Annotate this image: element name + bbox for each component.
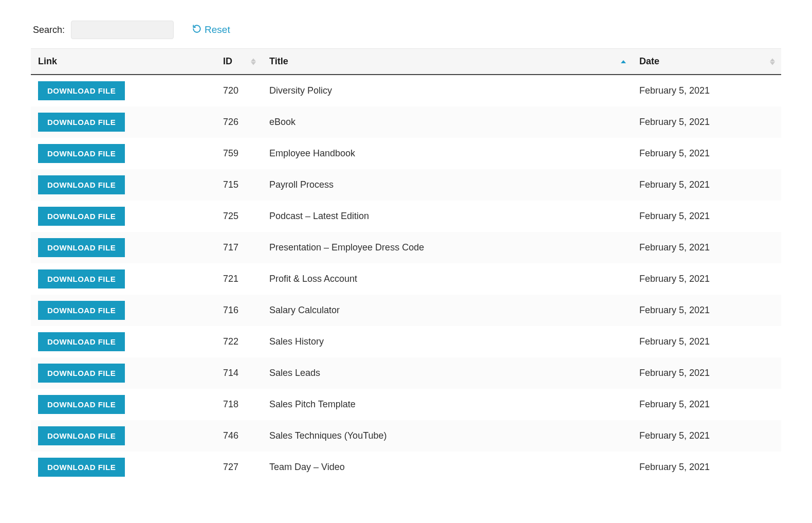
table-row: DOWNLOAD FILE716Salary CalculatorFebruar… bbox=[31, 295, 781, 326]
cell-date: February 5, 2021 bbox=[632, 138, 781, 169]
cell-title: Diversity Policy bbox=[262, 75, 632, 106]
reset-label: Reset bbox=[205, 24, 230, 35]
table-row: DOWNLOAD FILE727Team Day – VideoFebruary… bbox=[31, 452, 781, 483]
cell-id: 716 bbox=[216, 295, 262, 326]
cell-title: eBook bbox=[262, 106, 632, 138]
cell-date: February 5, 2021 bbox=[632, 420, 781, 452]
download-file-button[interactable]: DOWNLOAD FILE bbox=[38, 81, 125, 100]
column-header-title[interactable]: Title bbox=[262, 49, 632, 75]
file-table: Link ID Title Date DOWNLOAD FI bbox=[31, 48, 781, 483]
cell-title: Salary Calculator bbox=[262, 295, 632, 326]
cell-id: 717 bbox=[216, 232, 262, 263]
cell-date: February 5, 2021 bbox=[632, 106, 781, 138]
table-row: DOWNLOAD FILE726eBookFebruary 5, 2021 bbox=[31, 106, 781, 138]
cell-date: February 5, 2021 bbox=[632, 326, 781, 357]
cell-id: 725 bbox=[216, 201, 262, 232]
cell-title: Payroll Process bbox=[262, 169, 632, 201]
cell-date: February 5, 2021 bbox=[632, 169, 781, 201]
download-file-button[interactable]: DOWNLOAD FILE bbox=[38, 426, 125, 445]
cell-id: 718 bbox=[216, 389, 262, 420]
reset-button[interactable]: Reset bbox=[192, 24, 230, 36]
download-file-button[interactable]: DOWNLOAD FILE bbox=[38, 395, 125, 414]
toolbar: Search: Reset bbox=[31, 21, 781, 39]
cell-date: February 5, 2021 bbox=[632, 201, 781, 232]
cell-title: Sales Pitch Template bbox=[262, 389, 632, 420]
cell-date: February 5, 2021 bbox=[632, 357, 781, 389]
download-file-button[interactable]: DOWNLOAD FILE bbox=[38, 113, 125, 132]
download-file-button[interactable]: DOWNLOAD FILE bbox=[38, 175, 125, 194]
table-row: DOWNLOAD FILE714Sales LeadsFebruary 5, 2… bbox=[31, 357, 781, 389]
cell-id: 715 bbox=[216, 169, 262, 201]
cell-id: 746 bbox=[216, 420, 262, 452]
cell-id: 714 bbox=[216, 357, 262, 389]
cell-date: February 5, 2021 bbox=[632, 232, 781, 263]
cell-date: February 5, 2021 bbox=[632, 389, 781, 420]
cell-title: Sales Techniques (YouTube) bbox=[262, 420, 632, 452]
table-row: DOWNLOAD FILE721Profit & Loss AccountFeb… bbox=[31, 263, 781, 295]
download-file-button[interactable]: DOWNLOAD FILE bbox=[38, 207, 125, 226]
download-file-button[interactable]: DOWNLOAD FILE bbox=[38, 458, 125, 477]
download-file-button[interactable]: DOWNLOAD FILE bbox=[38, 269, 125, 288]
cell-id: 721 bbox=[216, 263, 262, 295]
cell-id: 722 bbox=[216, 326, 262, 357]
cell-date: February 5, 2021 bbox=[632, 263, 781, 295]
undo-icon bbox=[192, 24, 201, 36]
cell-id: 726 bbox=[216, 106, 262, 138]
table-row: DOWNLOAD FILE718Sales Pitch TemplateFebr… bbox=[31, 389, 781, 420]
download-file-button[interactable]: DOWNLOAD FILE bbox=[38, 301, 125, 320]
cell-title: Sales Leads bbox=[262, 357, 632, 389]
column-header-link[interactable]: Link bbox=[31, 49, 216, 75]
download-file-button[interactable]: DOWNLOAD FILE bbox=[38, 144, 125, 163]
cell-title: Podcast – Latest Edition bbox=[262, 201, 632, 232]
search-input[interactable] bbox=[71, 21, 174, 39]
download-file-button[interactable]: DOWNLOAD FILE bbox=[38, 332, 125, 351]
cell-date: February 5, 2021 bbox=[632, 452, 781, 483]
sort-icon bbox=[770, 58, 775, 65]
table-row: DOWNLOAD FILE746Sales Techniques (YouTub… bbox=[31, 420, 781, 452]
cell-title: Team Day – Video bbox=[262, 452, 632, 483]
table-row: DOWNLOAD FILE720Diversity PolicyFebruary… bbox=[31, 75, 781, 106]
column-header-date[interactable]: Date bbox=[632, 49, 781, 75]
cell-id: 720 bbox=[216, 75, 262, 106]
cell-date: February 5, 2021 bbox=[632, 75, 781, 106]
cell-title: Presentation – Employee Dress Code bbox=[262, 232, 632, 263]
sort-asc-icon bbox=[621, 60, 626, 63]
cell-title: Employee Handbook bbox=[262, 138, 632, 169]
cell-id: 727 bbox=[216, 452, 262, 483]
download-file-button[interactable]: DOWNLOAD FILE bbox=[38, 364, 125, 383]
download-file-button[interactable]: DOWNLOAD FILE bbox=[38, 238, 125, 257]
column-header-id[interactable]: ID bbox=[216, 49, 262, 75]
table-row: DOWNLOAD FILE715Payroll ProcessFebruary … bbox=[31, 169, 781, 201]
cell-title: Profit & Loss Account bbox=[262, 263, 632, 295]
table-row: DOWNLOAD FILE717Presentation – Employee … bbox=[31, 232, 781, 263]
search-label: Search: bbox=[33, 25, 65, 35]
table-row: DOWNLOAD FILE722Sales HistoryFebruary 5,… bbox=[31, 326, 781, 357]
sort-icon bbox=[251, 58, 256, 65]
cell-date: February 5, 2021 bbox=[632, 295, 781, 326]
table-row: DOWNLOAD FILE725Podcast – Latest Edition… bbox=[31, 201, 781, 232]
cell-title: Sales History bbox=[262, 326, 632, 357]
table-row: DOWNLOAD FILE759Employee HandbookFebruar… bbox=[31, 138, 781, 169]
cell-id: 759 bbox=[216, 138, 262, 169]
